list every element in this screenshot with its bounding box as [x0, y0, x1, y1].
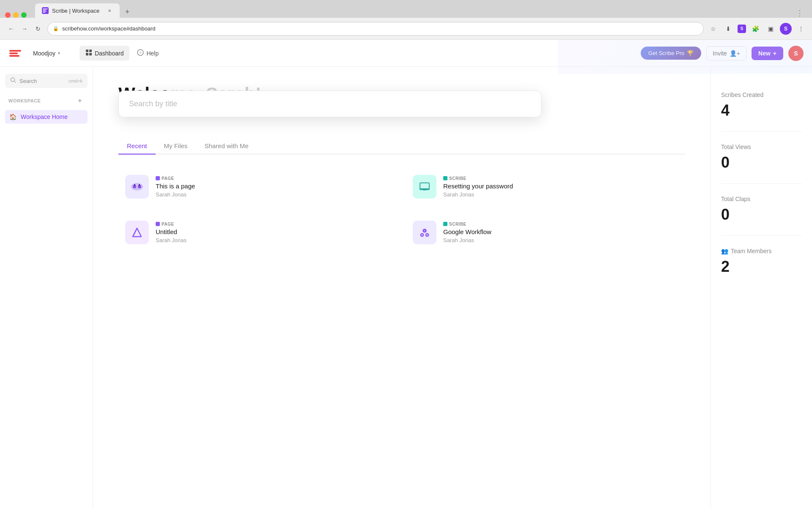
stat-value-scribes-created: 4 [721, 102, 802, 119]
search-by-title-input[interactable] [129, 99, 531, 108]
home-icon: 🏠 [9, 113, 16, 120]
bookmark-button[interactable]: ☆ [707, 23, 719, 35]
refresh-button[interactable]: ↻ [32, 23, 44, 35]
invite-label: Invite [713, 50, 727, 57]
file-card-2[interactable]: PAGE Untitled Sarah Jonas [118, 214, 398, 251]
svg-rect-6 [89, 53, 92, 55]
sidebar: Search cmd+k WORKSPACE + 🏠 Workspace Hom… [0, 67, 93, 508]
file-info-1: SCRIBE Resetting your password Sarah Jon… [443, 176, 678, 198]
dashboard-icon [85, 49, 92, 57]
browser-actions: ☆ ⬇ S 🧩 ▣ S ⋮ [707, 23, 807, 35]
user-initials: S [794, 50, 798, 57]
tab-shared[interactable]: Shared with Me [196, 138, 257, 155]
plus-icon: + [773, 50, 776, 57]
file-name-2: Untitled [156, 228, 391, 235]
search-overlay-inner [119, 91, 541, 117]
new-button[interactable]: New + [752, 47, 783, 60]
browser-menu-button[interactable]: ⋮ [796, 8, 804, 18]
new-label: New [758, 50, 771, 57]
svg-rect-13 [134, 184, 135, 186]
close-window-button[interactable] [5, 12, 11, 18]
stat-value-total-claps: 0 [721, 206, 802, 224]
svg-rect-3 [86, 50, 88, 52]
file-name-3: Google Workflow [443, 228, 678, 235]
sidebar-button[interactable]: ▣ [765, 23, 776, 35]
lock-icon: 🔒 [53, 26, 59, 31]
puzzle-button[interactable]: 🧩 [749, 23, 761, 35]
tab-recent[interactable]: Recent [118, 138, 156, 155]
svg-rect-1 [9, 52, 18, 54]
url-text: scribehow.com/workspace#dashboard [62, 25, 155, 32]
address-bar[interactable]: 🔒 scribehow.com/workspace#dashboard [47, 22, 704, 36]
svg-point-9 [11, 78, 15, 82]
file-info-2: PAGE Untitled Sarah Jonas [156, 222, 391, 243]
workspace-selector[interactable]: Moodjoy ▾ [29, 47, 64, 59]
forward-button[interactable]: → [19, 23, 30, 35]
workspace-section: WORKSPACE + [5, 95, 88, 107]
new-tab-button[interactable]: + [121, 6, 133, 18]
file-card-1[interactable]: SCRIBE Resetting your password Sarah Jon… [406, 168, 685, 205]
user-avatar[interactable]: S [788, 46, 804, 61]
nav-item-help[interactable]: ? Help [131, 46, 165, 61]
search-box[interactable]: Search cmd+k [5, 74, 88, 88]
file-type-badge-2: PAGE [156, 222, 391, 226]
maximize-window-button[interactable] [21, 12, 27, 18]
browser-menu-dots[interactable]: ⋮ [795, 23, 807, 35]
file-info-3: SCRIBE Google Workflow Sarah Jonas [443, 222, 678, 243]
file-type-badge-3: SCRIBE [443, 222, 678, 226]
app-header: Moodjoy ▾ Dashboard [0, 40, 812, 67]
app-container: Moodjoy ▾ Dashboard [0, 40, 812, 508]
tab-title: Scribe | Workspace [52, 8, 99, 14]
back-button[interactable]: ← [5, 23, 17, 35]
file-type-dot-0 [156, 176, 160, 180]
file-type-dot-1 [443, 176, 447, 180]
main-content: Welcome, Sarah! Recent My Files [93, 67, 710, 508]
chevron-down-icon: ▾ [58, 51, 60, 55]
svg-line-19 [133, 228, 137, 237]
stat-total-views: Total Views 0 [721, 132, 802, 184]
stats-panel: Scribes Created 4 Total Views 0 Total Cl… [710, 67, 812, 508]
search-icon [10, 77, 16, 85]
tab-bar: Scribe | Workspace ✕ + ⋮ [0, 0, 812, 18]
tab-close-button[interactable]: ✕ [106, 7, 113, 14]
app-body: Search cmd+k WORKSPACE + 🏠 Workspace Hom… [0, 67, 812, 508]
tab-favicon [42, 7, 49, 14]
svg-rect-4 [89, 50, 92, 52]
tab-my-files[interactable]: My Files [156, 138, 196, 155]
invite-icon: 👤+ [730, 50, 740, 57]
file-type-dot-2 [156, 222, 160, 226]
file-info-0: PAGE This is a page Sarah Jonas [156, 176, 391, 198]
browser-toolbar: ← → ↻ 🔒 scribehow.com/workspace#dashboar… [0, 18, 812, 40]
file-type-badge-1: SCRIBE [443, 176, 678, 181]
file-author-0: Sarah Jonas [156, 191, 391, 198]
stat-label-scribes-created: Scribes Created [721, 91, 802, 98]
sidebar-item-workspace-home[interactable]: 🏠 Workspace Home [5, 110, 88, 124]
search-text: Search [19, 78, 65, 84]
file-thumb-2 [125, 221, 149, 244]
nav-item-dashboard[interactable]: Dashboard [80, 46, 130, 61]
file-card-0[interactable]: PAGE This is a page Sarah Jonas [118, 168, 398, 205]
stat-value-total-views: 0 [721, 154, 802, 171]
invite-button[interactable]: Invite 👤+ [706, 46, 746, 61]
trophy-icon: 🏆 [687, 50, 694, 56]
file-card-3[interactable]: SCRIBE Google Workflow Sarah Jonas [406, 214, 685, 251]
download-button[interactable]: ⬇ [722, 23, 734, 35]
stat-label-total-claps: Total Claps [721, 196, 802, 202]
stat-scribes-created: Scribes Created 4 [721, 80, 802, 132]
file-author-2: Sarah Jonas [156, 237, 391, 243]
file-thumb-3 [413, 221, 436, 244]
browser-profile[interactable]: S [780, 23, 792, 35]
extension-badge[interactable]: S [738, 25, 746, 33]
stat-total-claps: Total Claps 0 [721, 184, 802, 236]
get-pro-button[interactable]: Get Scribe Pro 🏆 [641, 47, 701, 60]
file-author-1: Sarah Jonas [443, 191, 678, 198]
search-overlay[interactable] [118, 91, 541, 117]
active-tab[interactable]: Scribe | Workspace ✕ [35, 3, 120, 18]
add-workspace-button[interactable]: + [76, 97, 84, 105]
nav-dashboard-label: Dashboard [95, 50, 124, 57]
svg-text:?: ? [140, 51, 142, 55]
team-members-icon: 👥 [721, 248, 728, 254]
search-shortcut: cmd+k [69, 78, 82, 83]
minimize-window-button[interactable] [13, 12, 19, 18]
file-thumb-0 [125, 175, 149, 199]
